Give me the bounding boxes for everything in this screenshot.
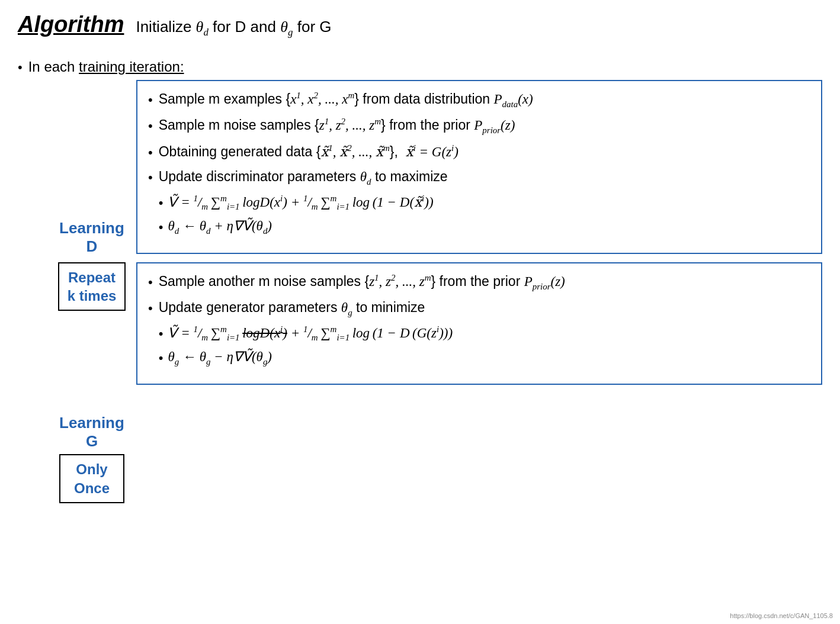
page-container: Algorithm Initialize θd for D and θg for…	[0, 0, 840, 624]
theta-g-init: θg	[280, 18, 293, 36]
top-bullet-text: In each training iteration:	[28, 59, 184, 75]
only-label: Only	[76, 461, 107, 477]
list-item-sample-z: • Sample m noise samples {z1, z2, ..., z…	[148, 115, 810, 137]
learning-d-label: Learning D	[59, 219, 124, 256]
theta-d-init: θd	[196, 18, 209, 36]
repeat-box: Repeat k times	[58, 262, 126, 311]
only-once-box: Only Once	[59, 454, 124, 503]
sidebar: Learning D Repeat k times Learning G Onl…	[53, 80, 130, 507]
update-g-content: Update generator parameters θg to minimi…	[159, 298, 453, 371]
formula-v-tilde-d: • Ṽ = 1/m ∑mi=1 logD(xi) + 1/m ∑mi=1 log…	[159, 192, 448, 214]
top-box-list: • Sample m examples {x1, x2, ..., xm} fr…	[148, 89, 810, 239]
update-d-content: Update discriminator parameters θd to ma…	[159, 167, 448, 240]
top-bullet: • In each training iteration:	[18, 59, 822, 75]
learning-g: G	[86, 432, 98, 451]
list-item-sample-z2: • Sample another m noise samples {z1, z2…	[148, 272, 810, 293]
url-text: https://blog.csdn.net/c/GAN_1105.8	[730, 612, 833, 619]
top-bullet-dot: •	[18, 60, 23, 75]
blue-box-top: • Sample m examples {x1, x2, ..., xm} fr…	[136, 80, 822, 253]
list-item-sample-x: • Sample m examples {x1, x2, ..., xm} fr…	[148, 89, 810, 111]
learning-label-bottom: Learning	[59, 414, 124, 432]
training-iteration-text: training iteration:	[79, 59, 184, 75]
content-area: • Sample m examples {x1, x2, ..., xm} fr…	[136, 80, 822, 393]
algorithm-title: Algorithm	[18, 12, 124, 37]
repeat-label1: Repeat	[68, 269, 116, 285]
update-g-subitems: • Ṽ = 1/m ∑mi=1 logD(xi) + 1/m ∑mi=1 log…	[159, 323, 453, 368]
list-item-update-g: • Update generator parameters θg to mini…	[148, 298, 810, 371]
formula-v-tilde-g: • Ṽ = 1/m ∑mi=1 logD(xi) + 1/m ∑mi=1 log…	[159, 323, 453, 345]
formula-theta-update-g: • θg ← θg − η∇Ṽ(θg)	[159, 347, 453, 368]
formula-theta-update-d: • θd ← θd + η∇Ṽ(θd)	[159, 216, 448, 237]
list-item-generated: • Obtaining generated data {x̃1, x̃2, ..…	[148, 142, 810, 162]
algorithm-header: Algorithm Initialize θd for D and θg for…	[18, 12, 822, 41]
list-item-update-d: • Update discriminator parameters θd to …	[148, 167, 810, 240]
learning-g-label: Learning G	[59, 414, 124, 451]
bottom-box-list: • Sample another m noise samples {z1, z2…	[148, 272, 810, 371]
learning-label-top: Learning	[59, 219, 124, 237]
update-d-subitems: • Ṽ = 1/m ∑mi=1 logD(xi) + 1/m ∑mi=1 log…	[159, 192, 448, 237]
learning-d: D	[86, 237, 98, 256]
blue-box-bottom: • Sample another m noise samples {z1, z2…	[136, 262, 822, 385]
repeat-label2: k times	[68, 288, 117, 304]
main-layout: Learning D Repeat k times Learning G Onl…	[53, 80, 822, 507]
once-label: Once	[74, 480, 110, 496]
algorithm-subtitle: Initialize θd for D and θg for G	[136, 18, 331, 38]
